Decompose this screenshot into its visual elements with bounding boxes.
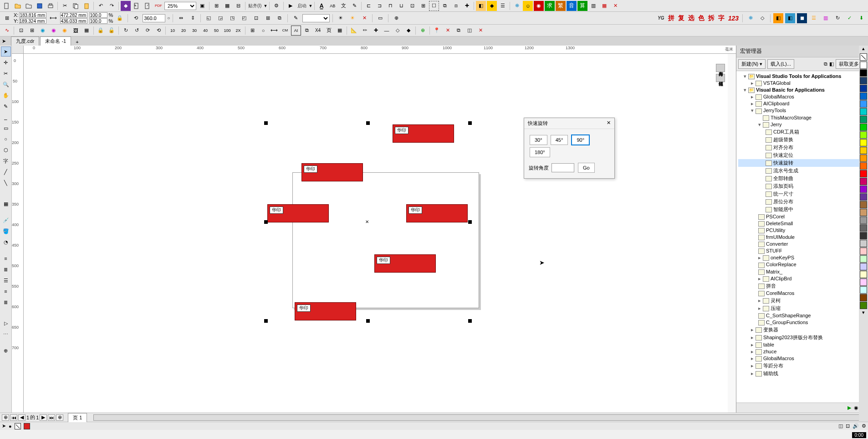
tree-node[interactable]: ▸辅助线 — [738, 370, 866, 377]
tree-node[interactable]: DeleteSmall — [738, 220, 866, 227]
num40-button[interactable]: 40 — [200, 26, 210, 36]
color-swatch[interactable] — [860, 186, 867, 193]
m2-icon[interactable]: ⊞ — [27, 26, 37, 36]
tree-node[interactable]: 智能居中 — [738, 206, 866, 213]
pin-label[interactable]: 拼 — [667, 14, 675, 22]
ungroup-icon[interactable]: ⧈ — [451, 1, 461, 11]
outline-icon[interactable]: ✎ — [291, 13, 301, 23]
folder-new-icon[interactable] — [13, 1, 23, 11]
page-add2-icon[interactable]: ⊕ — [56, 414, 63, 421]
play-tool-icon[interactable]: ▷ — [1, 318, 11, 328]
sel-handle-bl[interactable] — [264, 319, 268, 323]
import-icon[interactable] — [132, 1, 142, 11]
curve-icon[interactable]: ∿ — [2, 26, 12, 36]
m20-icon[interactable]: — — [382, 26, 392, 36]
num20-button[interactable]: 20 — [179, 26, 189, 36]
align6-icon[interactable]: ⊞ — [418, 1, 428, 11]
m12-icon[interactable]: AI — [291, 26, 301, 36]
stop-macro-icon[interactable]: ◉ — [854, 405, 858, 411]
tree-node[interactable]: ▸Shaping2023拼版分布替换 — [738, 334, 866, 341]
outline-tool-icon[interactable]: ◔ — [1, 237, 11, 247]
m23-icon[interactable]: ⊕ — [418, 26, 428, 36]
al1-tool-icon[interactable]: ≡ — [1, 253, 11, 263]
zoom-tool-icon[interactable]: 🔍 — [1, 79, 11, 89]
tree-node[interactable]: ThisMacroStorage — [738, 114, 866, 121]
ext-r5-icon[interactable]: ◼ — [797, 13, 807, 23]
color-swatch[interactable] — [860, 232, 867, 239]
select-all-icon[interactable]: ☐ — [429, 1, 439, 11]
ext-r7-icon[interactable]: ▥ — [821, 13, 831, 23]
text-a-icon[interactable]: A̲ — [317, 1, 327, 11]
go-button[interactable]: Go — [578, 163, 595, 173]
pick-tool-icon[interactable]: ➤ — [1, 46, 11, 57]
color-swatch[interactable] — [860, 240, 867, 247]
rotate-30-button[interactable]: 30° — [530, 135, 547, 145]
yg-label[interactable]: YG — [657, 15, 665, 21]
page-first-icon[interactable]: ⏮ — [10, 414, 17, 421]
mirror-h-icon[interactable]: ⇔ — [176, 13, 186, 23]
sel-handle-tr[interactable] — [468, 121, 472, 125]
ext-r4-icon[interactable]: ◧ — [785, 13, 795, 23]
color-swatch[interactable] — [860, 209, 867, 216]
launch-label[interactable]: 启动 — [296, 3, 307, 9]
order5-icon[interactable]: ⊡ — [251, 13, 261, 23]
paste-icon[interactable] — [82, 1, 92, 11]
color-swatch[interactable] — [860, 124, 867, 131]
tree-node[interactable]: 流水号生成 — [738, 167, 866, 175]
text-cn-icon[interactable]: 文 — [338, 1, 348, 11]
tree-node[interactable]: ▾JerryTools — [738, 107, 866, 114]
tree-node[interactable]: ▸压缩 — [738, 305, 866, 312]
color-swatch[interactable] — [860, 62, 867, 69]
sel-handle-ml[interactable] — [264, 220, 268, 224]
dialog-close-icon[interactable]: ✕ — [607, 120, 611, 127]
group-icon[interactable]: ⧉ — [440, 1, 450, 11]
lock-ratio-icon[interactable]: 🔒 — [115, 13, 125, 23]
color-swatch[interactable] — [860, 279, 867, 286]
color-swatch[interactable] — [860, 286, 867, 294]
ext1-icon[interactable]: ❋ — [512, 1, 522, 11]
m11-icon[interactable]: CM — [280, 26, 290, 36]
quickbox-icon[interactable]: ▭ — [375, 13, 385, 23]
tab-add-button[interactable]: + — [72, 38, 82, 46]
align2-icon[interactable]: ⊐ — [374, 1, 384, 11]
load-macro-button[interactable]: 载入(L)... — [767, 59, 794, 69]
print-icon[interactable] — [46, 1, 56, 11]
ext-r3-icon[interactable]: ◧ — [773, 13, 783, 23]
ext-r9-icon[interactable]: ✓ — [844, 13, 854, 23]
order3-icon[interactable]: ◳ — [227, 13, 237, 23]
plus-grid-icon[interactable]: ✚ — [462, 1, 472, 11]
al3-tool-icon[interactable]: ☰ — [1, 275, 11, 285]
m8-icon[interactable]: ⊞ — [247, 26, 257, 36]
canvas-viewport[interactable]: 0 100 200 300 400 500 600 700 800 900 10… — [12, 46, 736, 413]
tree-node[interactable]: PCUtility — [738, 227, 866, 234]
add-icon[interactable]: ⊕ — [391, 13, 401, 23]
page-1-tab[interactable]: 页 1 — [68, 413, 87, 422]
align1-icon[interactable]: ⊏ — [363, 1, 373, 11]
add-tool-icon[interactable]: ⊕ — [1, 346, 11, 356]
m4-icon[interactable]: ◉ — [49, 26, 59, 36]
rot2-icon[interactable]: ↺ — [132, 26, 142, 36]
status-r4-icon[interactable]: ⚙ — [862, 423, 866, 429]
rotate-90-button[interactable]: 90° — [571, 134, 590, 145]
tree-node[interactable]: 原位分布 — [738, 198, 866, 206]
tab-doc1[interactable]: 九度.cdr — [11, 36, 39, 46]
rotate-45-button[interactable]: 45° — [551, 135, 568, 145]
horizontal-scrollbar[interactable] — [93, 414, 863, 421]
tree-node[interactable]: ▾Jerry — [738, 121, 866, 128]
status-r2-icon[interactable]: ⊡ — [846, 423, 850, 429]
pan-tool-icon[interactable]: ✋ — [1, 90, 11, 100]
tree-node[interactable]: STUFF — [738, 248, 866, 254]
canvas[interactable]: 华印 华印 华印 华印 华印 华印 ✕ ➤ 快速旋转 ✕ — [24, 54, 728, 413]
rectangle-tool-icon[interactable]: ▭ — [1, 123, 11, 133]
tree-node[interactable]: ▸等距分布 — [738, 362, 866, 370]
al4-tool-icon[interactable]: ≡ — [1, 286, 11, 296]
order7-icon[interactable]: ⧉ — [275, 13, 285, 23]
zi-label[interactable]: 字 — [717, 14, 725, 22]
sel-handle-bc[interactable] — [366, 319, 370, 323]
rotate-180-button[interactable]: 180° — [530, 147, 550, 157]
object-5[interactable]: 华印 — [374, 254, 436, 273]
options-icon[interactable]: ⚙ — [271, 1, 281, 11]
m9-icon[interactable]: ○ — [258, 26, 268, 36]
rulers-icon[interactable]: ⊞ — [211, 1, 221, 11]
m5-icon[interactable]: ◉ — [60, 26, 70, 36]
